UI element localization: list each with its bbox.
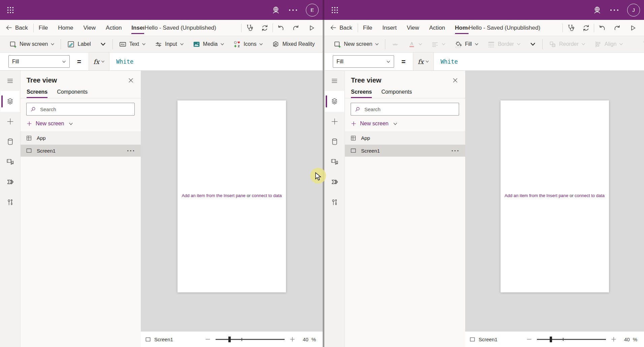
input-menu-button[interactable]: Input — [150, 40, 188, 48]
back-button[interactable]: Back — [324, 20, 358, 36]
zoom-in-button[interactable] — [611, 337, 616, 342]
row-overflow-button[interactable]: ··· — [451, 148, 460, 154]
media-rail-button[interactable] — [2, 154, 18, 170]
formula-input[interactable]: White — [434, 53, 644, 70]
powerapps-split-screen: E Back File Home View Action Insert Hell… — [0, 0, 644, 347]
more-icon[interactable] — [289, 9, 297, 11]
more-icon[interactable] — [610, 9, 618, 11]
menu-tab-home[interactable]: Home — [53, 20, 78, 36]
fx-button[interactable]: fx — [413, 53, 434, 70]
tab-components[interactable]: Components — [57, 88, 88, 98]
avatar[interactable]: E — [306, 4, 319, 17]
back-button[interactable]: Back — [0, 20, 33, 36]
menu-tab-action[interactable]: Action — [101, 20, 127, 36]
hamburger-icon[interactable] — [326, 73, 343, 89]
menu-tab-file[interactable]: File — [358, 20, 377, 36]
media-rail-button[interactable] — [326, 154, 343, 170]
screen1-artboard[interactable]: Add an item from the Insert pane or conn… — [178, 100, 286, 292]
close-icon[interactable] — [452, 77, 458, 84]
new-screen-tree-button[interactable]: New screen — [345, 116, 465, 132]
menu-tab-home-active[interactable]: Home — [455, 20, 469, 36]
zoom-out-button[interactable] — [205, 337, 211, 342]
mixed-reality-menu-button[interactable]: Mixed Reality — [267, 40, 319, 48]
left-rail — [0, 71, 21, 347]
power-automate-rail-button[interactable] — [2, 174, 18, 190]
menu-tab-view[interactable]: View — [402, 20, 424, 36]
app-launcher-icon[interactable] — [4, 4, 17, 17]
expand-chevron-icon[interactable] — [525, 40, 541, 48]
screen1-artboard[interactable]: Add an item from the Insert pane or conn… — [501, 100, 609, 292]
close-icon[interactable] — [128, 77, 134, 84]
insert-pane-link[interactable]: Add an item from the Insert pane — [182, 193, 245, 198]
data-rail-button[interactable] — [2, 133, 18, 150]
formula-input[interactable]: White — [109, 53, 323, 70]
zoom-slider-thumb[interactable] — [228, 337, 231, 342]
data-rail-button[interactable] — [326, 133, 343, 150]
fill-button[interactable]: Fill — [450, 40, 483, 48]
menu-tab-file[interactable]: File — [34, 20, 53, 36]
hamburger-icon[interactable] — [2, 73, 18, 89]
group-button — [638, 40, 644, 48]
connect-to-data-link[interactable]: connect to data — [575, 193, 605, 198]
new-screen-button[interactable]: New screen — [329, 40, 383, 48]
app-checker-button[interactable] — [242, 20, 257, 36]
power-automate-rail-button[interactable] — [326, 174, 343, 190]
avatar[interactable]: J — [627, 4, 640, 17]
tab-screens[interactable]: Screens — [351, 88, 372, 98]
search-input[interactable] — [39, 106, 131, 113]
icons-menu-button[interactable]: 2 Icons — [229, 40, 267, 48]
tree-view-rail-button[interactable] — [325, 91, 344, 112]
advanced-tools-rail-button[interactable] — [2, 194, 18, 210]
play-button[interactable] — [304, 20, 319, 36]
insert-pane-link[interactable]: Add an item from the Insert pane — [505, 193, 568, 198]
insert-rail-button[interactable] — [2, 113, 18, 129]
tree-row-screen1[interactable]: Screen1 ··· — [345, 144, 465, 157]
chevron-down-icon — [101, 60, 105, 63]
search-input[interactable] — [364, 106, 455, 113]
strikethrough-icon: abc — [391, 40, 399, 48]
tab-screens[interactable]: Screens — [27, 88, 47, 98]
web-contact-icon[interactable] — [271, 6, 280, 14]
property-selector[interactable]: Fill — [333, 55, 394, 68]
menu-tab-view[interactable]: View — [78, 20, 101, 36]
insert-rail-button[interactable] — [326, 113, 343, 129]
tab-components[interactable]: Components — [381, 88, 412, 98]
zoom-slider[interactable] — [216, 339, 285, 340]
sync-button[interactable] — [257, 20, 272, 36]
advanced-tools-rail-button[interactable] — [326, 194, 343, 210]
new-screen-button[interactable]: New screen — [5, 40, 59, 48]
plus-icon — [351, 121, 357, 127]
connect-to-data-link[interactable]: connect to data — [252, 193, 282, 198]
redo-button[interactable] — [610, 20, 625, 36]
zoom-in-button[interactable] — [290, 337, 295, 342]
label-button[interactable]: Label — [63, 40, 95, 48]
tree-view-rail-button[interactable] — [0, 91, 20, 112]
strikethrough-button: abc — [387, 40, 404, 48]
fx-button[interactable]: fx — [89, 53, 109, 70]
app-launcher-icon[interactable] — [328, 4, 341, 17]
app-checker-button[interactable] — [563, 20, 578, 36]
sync-button[interactable] — [578, 20, 594, 36]
tree-row-app[interactable]: App — [21, 132, 141, 144]
media-menu-button[interactable]: Media — [188, 40, 229, 48]
tree-row-app[interactable]: App — [345, 132, 465, 144]
property-selector[interactable]: Fill — [8, 55, 70, 68]
undo-button[interactable] — [594, 20, 610, 36]
tree-row-screen1[interactable]: Screen1 ··· — [21, 144, 141, 157]
redo-button[interactable] — [288, 20, 304, 36]
zoom-slider[interactable] — [537, 339, 606, 340]
text-menu-button[interactable]: Abc Text — [115, 40, 150, 48]
zoom-out-button[interactable] — [526, 337, 532, 342]
zoom-slider-thumb[interactable] — [550, 337, 552, 342]
new-screen-tree-button[interactable]: New screen — [21, 116, 141, 132]
row-overflow-button[interactable]: ··· — [127, 148, 135, 154]
web-contact-icon[interactable] — [593, 6, 602, 14]
menu-tab-insert-active[interactable]: Insert — [131, 20, 144, 36]
undo-button[interactable] — [273, 20, 288, 36]
play-button[interactable] — [625, 20, 641, 36]
menu-tab-insert[interactable]: Insert — [377, 20, 402, 36]
menu-tab-action[interactable]: Action — [424, 20, 450, 36]
screen-icon — [350, 147, 357, 154]
advanced-tools-icon — [331, 198, 339, 206]
expand-chevron-icon[interactable] — [95, 40, 111, 48]
